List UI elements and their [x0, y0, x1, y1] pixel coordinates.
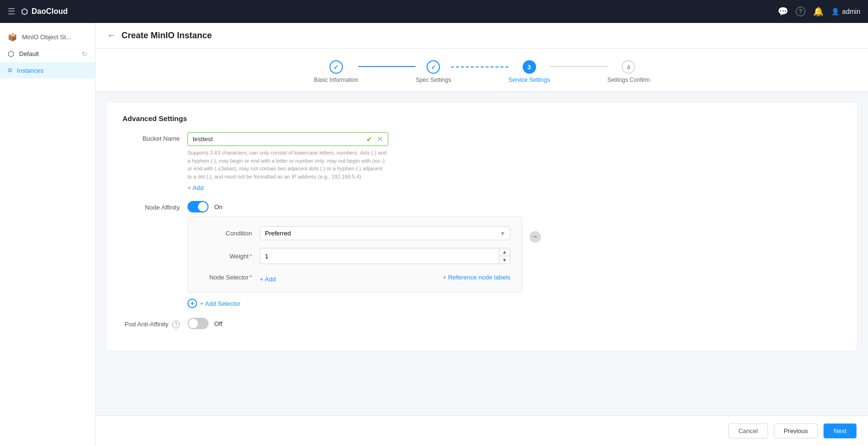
add-selector-label: + Add Selector — [200, 300, 241, 307]
user-menu[interactable]: 👤 admin — [831, 8, 860, 15]
step-1-checkmark: ✓ — [333, 64, 339, 71]
bucket-clear-icon[interactable]: ✕ — [377, 134, 383, 144]
page-header: ← Create MinIO Instance — [96, 23, 868, 49]
pod-anti-affinity-toggle-label: Off — [214, 320, 222, 327]
step-1-circle: ✓ — [330, 60, 343, 74]
condition-row: Condition Preferred Required ▼ − — [199, 226, 510, 240]
reference-node-labels-link[interactable]: + Reference node labels — [443, 274, 510, 281]
step-basic-information: ✓ Basic Information — [314, 60, 358, 83]
weight-input-wrapper: ▲ ▼ — [260, 248, 510, 264]
notify-icon[interactable]: 🔔 — [813, 6, 824, 17]
cancel-button[interactable]: Cancel — [728, 424, 768, 438]
step-service-settings: 3 Service Settings — [508, 60, 550, 83]
node-selector-add-link[interactable]: + Add — [260, 276, 276, 283]
sidebar-item-instances[interactable]: ≡ Instances — [0, 62, 95, 78]
sidebar-group-label: Default — [19, 50, 39, 57]
node-selector-label: Node Selector* — [199, 274, 252, 281]
advanced-settings-card: Advanced Settings Bucket Name ✔ ✕ Suppor… — [107, 103, 857, 350]
steps: ✓ Basic Information ✓ Spec Settings 3 Se… — [314, 60, 649, 83]
weight-up-button[interactable]: ▲ — [499, 248, 510, 256]
step-3-label: Service Settings — [508, 77, 550, 83]
step-2-checkmark: ✓ — [431, 64, 436, 71]
bucket-name-label: Bucket Name — [122, 132, 180, 142]
pod-anti-affinity-field: Off — [187, 318, 388, 329]
logo-text: DaoCloud — [32, 7, 68, 16]
condition-select[interactable]: Preferred Required — [260, 226, 510, 240]
bucket-name-field: ✔ ✕ Supports 3-63 characters, can only c… — [187, 132, 388, 191]
node-affinity-field: On Condition Preferred Required — [187, 201, 522, 308]
toggle-knob — [198, 202, 208, 212]
sidebar: 📦 MinIO Object St... ⬡ Default ↻ ≡ Insta… — [0, 23, 96, 446]
weight-input[interactable] — [260, 250, 499, 263]
weight-down-button[interactable]: ▼ — [499, 256, 510, 264]
back-button[interactable]: ← — [107, 31, 116, 41]
sidebar-app-name[interactable]: 📦 MinIO Object St... — [0, 29, 95, 45]
instances-icon: ≡ — [8, 66, 12, 75]
connector-2 — [451, 67, 508, 67]
node-selector-row: Node Selector* + Add + Reference node la… — [199, 272, 510, 283]
condition-label: Condition — [199, 230, 252, 237]
pod-anti-affinity-toggle[interactable] — [187, 318, 209, 329]
help-icon[interactable]: ? — [796, 7, 805, 16]
connector-1 — [358, 66, 416, 67]
bucket-name-input-wrapper: ✔ ✕ — [187, 132, 388, 146]
connector-3 — [550, 66, 607, 67]
refresh-icon[interactable]: ↻ — [82, 50, 88, 58]
step-spec-settings: ✓ Spec Settings — [416, 60, 451, 83]
section-title: Advanced Settings — [122, 114, 841, 123]
pod-anti-affinity-label: Pod Anti-Affinity ? — [122, 318, 180, 328]
menu-icon[interactable]: ☰ — [8, 6, 15, 17]
pod-anti-affinity-row: Pod Anti-Affinity ? Off — [122, 318, 841, 329]
package-icon: 📦 — [8, 33, 17, 42]
step-3-circle: 3 — [523, 60, 536, 74]
pod-anti-affinity-knob — [188, 319, 198, 328]
step-4-circle: 4 — [622, 60, 635, 74]
affinity-box: Condition Preferred Required ▼ − — [187, 216, 522, 293]
logo: ⬡ DaoCloud — [21, 7, 68, 16]
node-affinity-toggle-row: On — [187, 201, 522, 212]
page-title: Create MinIO Instance — [121, 31, 212, 41]
chat-icon[interactable]: 💬 — [778, 6, 788, 17]
step-1-label: Basic Information — [314, 77, 358, 83]
node-selector-required-star: * — [250, 274, 252, 281]
remove-affinity-button[interactable]: − — [529, 231, 541, 243]
step-settings-confirm: 4 Settings Confirm — [607, 60, 650, 83]
condition-select-wrapper: Preferred Required ▼ — [260, 226, 510, 240]
step-4-number: 4 — [627, 64, 630, 71]
step-2-label: Spec Settings — [416, 77, 451, 83]
sidebar-item-label: Instances — [17, 67, 44, 74]
step-2-circle: ✓ — [427, 60, 440, 74]
pod-anti-affinity-toggle-row: Off — [187, 318, 388, 329]
next-button[interactable]: Next — [824, 424, 857, 438]
node-affinity-row: Node Affinity On Condition — [122, 201, 841, 308]
pod-anti-affinity-help-icon[interactable]: ? — [172, 321, 180, 328]
weight-row: Weight* ▲ ▼ — [199, 248, 510, 264]
footer: Cancel Previous Next — [96, 415, 868, 446]
content-area: Advanced Settings Bucket Name ✔ ✕ Suppor… — [96, 91, 868, 446]
bucket-name-input[interactable] — [193, 135, 366, 143]
weight-label: Weight* — [199, 253, 252, 260]
bucket-valid-icon: ✔ — [366, 135, 372, 143]
node-affinity-toggle-label: On — [214, 203, 222, 211]
bucket-add-link[interactable]: + Add — [187, 184, 388, 191]
add-selector-circle-icon: + — [187, 299, 197, 308]
node-affinity-toggle[interactable] — [187, 201, 209, 212]
bucket-name-row: Bucket Name ✔ ✕ Supports 3-63 characters… — [122, 132, 841, 191]
user-avatar-icon: 👤 — [831, 8, 839, 15]
user-name: admin — [842, 8, 860, 15]
node-affinity-label: Node Affinity — [122, 201, 180, 211]
bucket-name-hint: Supports 3-63 characters, can only consi… — [187, 149, 388, 180]
default-icon: ⬡ — [8, 49, 14, 58]
main-content: ← Create MinIO Instance ✓ Basic Informat… — [96, 23, 868, 446]
weight-required-star: * — [250, 253, 252, 260]
sidebar-app-label: MinIO Object St... — [22, 33, 71, 41]
steps-container: ✓ Basic Information ✓ Spec Settings 3 Se… — [96, 49, 868, 91]
sidebar-group-default[interactable]: ⬡ Default ↻ — [0, 45, 95, 62]
step-4-label: Settings Confirm — [607, 77, 650, 83]
step-3-number: 3 — [527, 64, 531, 71]
previous-button[interactable]: Previous — [774, 424, 818, 438]
add-selector-link[interactable]: + + Add Selector — [187, 299, 522, 308]
topnav: ☰ ⬡ DaoCloud 💬 ? 🔔 👤 admin — [0, 0, 868, 23]
logo-icon: ⬡ — [21, 7, 28, 16]
weight-spinners: ▲ ▼ — [499, 248, 510, 264]
